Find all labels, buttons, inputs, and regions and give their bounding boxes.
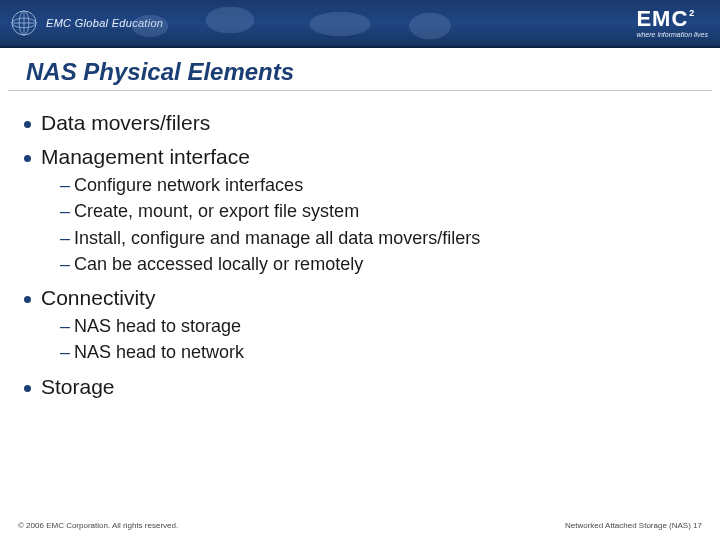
emc-tagline: where information lives — [636, 31, 708, 38]
bullet-text: Connectivity — [41, 286, 155, 310]
bullet-dot-icon — [24, 155, 31, 162]
bullet-text: Data movers/filers — [41, 111, 210, 135]
footer-copyright: © 2006 EMC Corporation. All rights reser… — [18, 521, 178, 530]
dash-icon: – — [60, 342, 70, 362]
bullet-management-interface: Management interface — [24, 145, 696, 169]
sub-bullet: –Create, mount, or export file system — [24, 199, 696, 223]
sub-bullet-text: NAS head to storage — [74, 316, 241, 336]
bullet-text: Management interface — [41, 145, 250, 169]
bullet-dot-icon — [24, 121, 31, 128]
sub-bullet-text: NAS head to network — [74, 342, 244, 362]
header-right: EMC 2 where information lives — [636, 8, 708, 38]
world-map-decoration — [110, 6, 490, 44]
emc-logo: EMC 2 — [636, 8, 708, 30]
bullet-storage: Storage — [24, 375, 696, 399]
slide-content: Data movers/filers Management interface … — [0, 99, 720, 399]
bullet-text: Storage — [41, 375, 115, 399]
globe-icon — [8, 7, 40, 39]
sub-bullet: –NAS head to network — [24, 340, 696, 364]
bullet-dot-icon — [24, 296, 31, 303]
footer: © 2006 EMC Corporation. All rights reser… — [0, 521, 720, 530]
sub-bullet: –Install, configure and manage all data … — [24, 226, 696, 250]
dash-icon: – — [60, 254, 70, 274]
sub-bullet-text: Configure network interfaces — [74, 175, 303, 195]
sub-bullet-text: Can be accessed locally or remotely — [74, 254, 363, 274]
sub-bullet-text: Create, mount, or export file system — [74, 201, 359, 221]
bullet-dot-icon — [24, 385, 31, 392]
emc-logo-sup: 2 — [689, 9, 695, 18]
sub-bullet: –NAS head to storage — [24, 314, 696, 338]
dash-icon: – — [60, 228, 70, 248]
sub-bullet: –Can be accessed locally or remotely — [24, 252, 696, 276]
bullet-connectivity: Connectivity — [24, 286, 696, 310]
dash-icon: – — [60, 201, 70, 221]
sub-bullet: –Configure network interfaces — [24, 173, 696, 197]
slide-title: NAS Physical Elements — [8, 48, 712, 91]
sub-bullet-text: Install, configure and manage all data m… — [74, 228, 480, 248]
dash-icon: – — [60, 316, 70, 336]
dash-icon: – — [60, 175, 70, 195]
header-bar: EMC Global Education EMC 2 where informa… — [0, 0, 720, 48]
emc-logo-text: EMC — [636, 8, 688, 30]
bullet-data-movers: Data movers/filers — [24, 111, 696, 135]
footer-page-label: Networked Attached Storage (NAS) 17 — [565, 521, 702, 530]
